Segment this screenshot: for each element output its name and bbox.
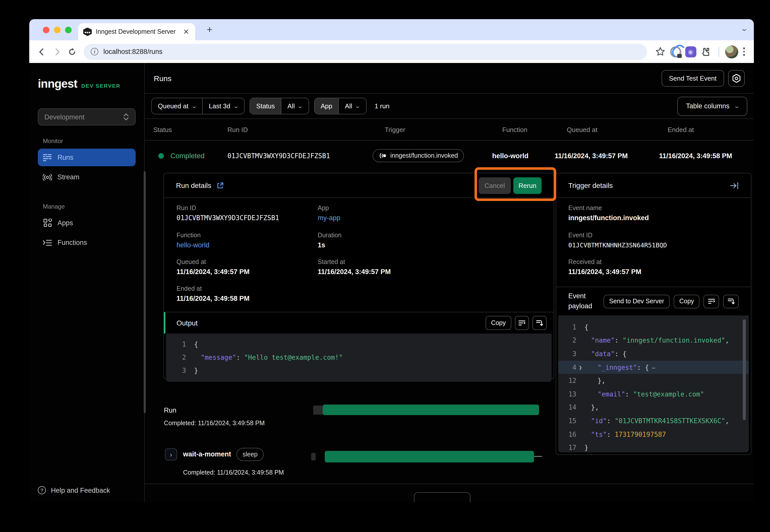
forward-button[interactable] <box>50 45 63 58</box>
run-details-title: Run details <box>176 181 211 189</box>
table-columns-button[interactable]: Table columns ⌄ <box>678 96 747 116</box>
settings-gear-button[interactable] <box>728 70 745 86</box>
event-payload-code[interactable]: 1 { 2 "name": "inngest/function.invoked"… <box>558 315 749 452</box>
rerun-button[interactable]: Rerun <box>513 177 541 194</box>
col-run-id[interactable]: Run ID <box>228 126 385 133</box>
trigger-badge[interactable]: inngest/function.invoked <box>373 149 464 162</box>
fold-chevron-icon[interactable]: ❯ <box>576 364 585 371</box>
url-text[interactable]: localhost:8288/runs <box>103 48 162 55</box>
word-wrap-button[interactable] <box>515 316 529 330</box>
timeline-step-bar-prefix <box>311 453 316 460</box>
code-line: 3 } <box>166 364 552 377</box>
site-info-icon[interactable]: i <box>91 48 98 55</box>
word-wrap-button[interactable] <box>704 294 719 308</box>
status-filter-dropdown[interactable]: All ⌄ <box>281 98 309 114</box>
close-window-button[interactable] <box>43 26 49 33</box>
page-header: Runs Send Test Event <box>145 63 754 93</box>
copy-payload-button[interactable]: Copy <box>674 294 699 308</box>
back-button[interactable] <box>35 45 48 58</box>
collapsed-ellipsis[interactable]: ⋯ <box>652 364 656 371</box>
scroll-to-bottom-button[interactable] <box>723 294 739 308</box>
col-function[interactable]: Function <box>502 126 567 133</box>
password-extension-icon[interactable] <box>669 45 682 58</box>
run-details-panel: Run details Cancel Rerun Run ID 01JCVBTM… <box>163 173 554 379</box>
bookmark-star-icon[interactable] <box>654 45 667 58</box>
run-id-label: Run ID <box>176 205 196 212</box>
code-line: 14 }, <box>558 401 749 414</box>
run-actions: Cancel Rerun <box>478 177 541 194</box>
step-completed: Completed: 11/16/2024, 3:49:58 PM <box>183 469 284 476</box>
sidebar-item-stream[interactable]: Stream <box>38 168 136 186</box>
queued-at-value: 11/16/2024, 3:49:57 PM <box>176 268 250 276</box>
sidebar-item-functions[interactable]: Functions <box>38 234 136 251</box>
scrollbar-thumb[interactable] <box>743 319 746 420</box>
step-name: wait-a-moment <box>183 450 231 458</box>
tab-search-chevron-icon[interactable]: ⌄ <box>740 25 748 32</box>
time-filter-group: Queued at ⌄ Last 3d ⌄ <box>151 98 245 114</box>
address-bar[interactable]: i localhost:8288/runs <box>84 44 647 60</box>
started-at-value: 11/16/2024, 3:49:57 PM <box>318 268 391 276</box>
table-row[interactable]: Completed 01JCVBTMV3WXY9D3CFDEJFZSB1 inn… <box>145 140 754 171</box>
run-details-header: Run details Cancel Rerun <box>164 173 554 197</box>
external-link-icon[interactable] <box>216 182 224 189</box>
tab-close-icon[interactable]: ✕ <box>182 28 190 35</box>
help-and-feedback[interactable]: ? Help and Feedback <box>38 486 110 494</box>
profile-avatar[interactable] <box>725 45 738 58</box>
browser-tab[interactable]: Inngest Development Server ✕ <box>78 23 195 40</box>
runs-table-header: Status Run ID Trigger Function Queued at… <box>145 119 754 140</box>
collapse-panel-icon[interactable] <box>730 182 739 189</box>
col-status[interactable]: Status <box>153 126 228 133</box>
scroll-to-bottom-button[interactable] <box>532 316 546 330</box>
col-ended-at[interactable]: Ended at <box>668 126 754 133</box>
browser-toolbar: i localhost:8288/runs ◉ <box>29 40 754 63</box>
app-content: inngest DEV SERVER Development Monitor R… <box>29 63 754 502</box>
run-details-drawer: Run details Cancel Rerun Run ID 01JCVBTM… <box>145 171 754 501</box>
reload-button[interactable] <box>65 45 79 58</box>
window-controls[interactable] <box>43 26 72 33</box>
app-link[interactable]: my-app <box>318 214 340 222</box>
status-filter-value: All <box>288 102 295 110</box>
environment-selector[interactable]: Development <box>38 108 136 125</box>
step-expand-button[interactable]: › <box>165 448 177 460</box>
trigger-cell: inngest/function.invoked <box>385 149 502 162</box>
new-tab-button[interactable]: + <box>207 24 212 35</box>
minimize-window-button[interactable] <box>54 26 60 33</box>
app-filter-dropdown[interactable]: All ⌄ <box>339 98 366 114</box>
code-line: 3 "data": { <box>558 347 749 360</box>
event-name-value: inngest/function.invoked <box>568 214 649 222</box>
timeline-step-bar[interactable] <box>325 451 534 462</box>
col-queued-at[interactable]: Queued at <box>567 126 668 133</box>
inngest-favicon-icon <box>83 27 92 36</box>
purple-extension-icon[interactable]: ◉ <box>684 45 697 58</box>
extensions-puzzle-icon[interactable] <box>699 45 712 58</box>
filter-bar: Queued at ⌄ Last 3d ⌄ Status A <box>145 94 754 118</box>
time-range-dropdown[interactable]: Last 3d ⌄ <box>203 98 244 114</box>
time-field-dropdown[interactable]: Queued at ⌄ <box>152 98 203 114</box>
duration-value: 1s <box>318 241 325 249</box>
queued-at-cell: 11/16/2024, 3:49:57 PM <box>555 152 668 159</box>
trigger-name: inngest/function.invoked <box>390 152 458 159</box>
maximize-window-button[interactable] <box>65 26 72 33</box>
timeline-run-bar[interactable] <box>323 405 539 415</box>
code-line: 2 "name": "inngest/function.invoked", <box>558 334 749 347</box>
browser-menu-icon[interactable] <box>740 48 748 56</box>
code-line: 17 } <box>558 441 749 454</box>
cancel-button[interactable]: Cancel <box>478 177 511 194</box>
updown-chevron-icon <box>123 113 129 121</box>
sidebar-item-runs[interactable]: Runs <box>38 149 136 166</box>
chevron-down-icon: ⌄ <box>297 103 304 109</box>
function-link[interactable]: hello-world <box>176 241 210 249</box>
function-label: Function <box>176 232 201 239</box>
send-to-dev-server-button[interactable]: Send to Dev Server <box>604 294 670 308</box>
partially-visible-button[interactable] <box>414 492 470 502</box>
help-icon: ? <box>38 486 46 494</box>
send-test-event-button[interactable]: Send Test Event <box>661 70 724 86</box>
output-code[interactable]: 1 { 2 "message": "Hello test@example.com… <box>166 334 552 382</box>
page-title: Runs <box>154 74 661 82</box>
chevron-down-icon: ⌄ <box>191 103 197 109</box>
sidebar-item-apps[interactable]: Apps <box>38 214 136 232</box>
copy-output-button[interactable]: Copy <box>486 316 511 330</box>
sidebar-item-label: Functions <box>57 239 87 246</box>
code-line-collapsed[interactable]: 4❯ "_inngest": {⋯ <box>558 361 749 374</box>
col-trigger[interactable]: Trigger <box>385 126 502 133</box>
